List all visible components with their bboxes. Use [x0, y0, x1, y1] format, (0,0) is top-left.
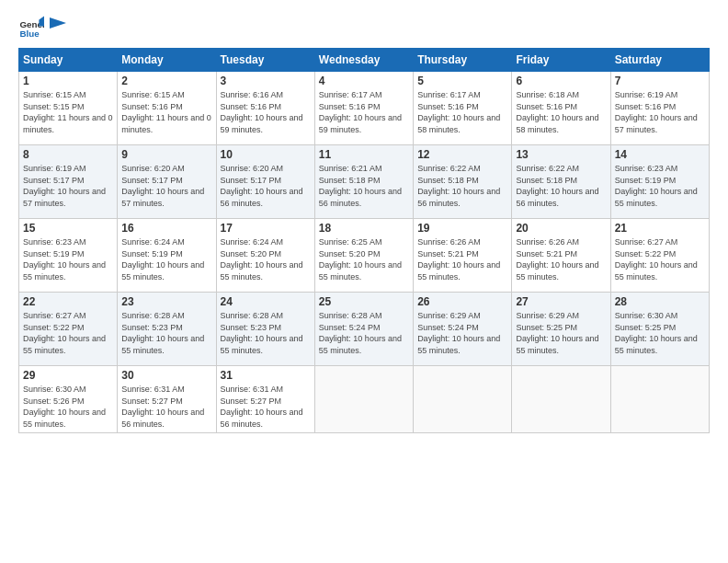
day-info: Sunrise: 6:24 AM Sunset: 5:19 PM Dayligh… — [121, 237, 204, 282]
header: General Blue — [18, 15, 710, 40]
table-row: 3 Sunrise: 6:16 AM Sunset: 5:16 PM Dayli… — [216, 72, 314, 145]
day-number: 5 — [417, 75, 507, 87]
table-row: 18 Sunrise: 6:25 AM Sunset: 5:20 PM Dayl… — [314, 219, 413, 293]
col-tuesday: Tuesday — [216, 49, 314, 72]
day-number: 25 — [319, 295, 409, 308]
day-info: Sunrise: 6:31 AM Sunset: 5:27 PM Dayligh… — [221, 385, 303, 429]
col-wednesday: Wednesday — [314, 49, 413, 72]
table-row: 30 Sunrise: 6:31 AM Sunset: 5:27 PM Dayl… — [118, 366, 216, 433]
day-number: 11 — [319, 148, 409, 161]
day-info: Sunrise: 6:15 AM Sunset: 5:15 PM Dayligh… — [23, 90, 113, 134]
day-number: 24 — [221, 295, 311, 308]
day-info: Sunrise: 6:19 AM Sunset: 5:16 PM Dayligh… — [615, 90, 698, 134]
day-info: Sunrise: 6:28 AM Sunset: 5:24 PM Dayligh… — [319, 311, 402, 355]
day-number: 3 — [221, 75, 311, 87]
day-info: Sunrise: 6:27 AM Sunset: 5:22 PM Dayligh… — [23, 311, 106, 355]
day-number: 27 — [516, 295, 606, 308]
day-info: Sunrise: 6:17 AM Sunset: 5:16 PM Dayligh… — [319, 90, 402, 134]
table-row — [512, 366, 610, 433]
table-row — [314, 366, 413, 433]
day-info: Sunrise: 6:20 AM Sunset: 5:17 PM Dayligh… — [221, 164, 303, 208]
svg-text:Blue: Blue — [19, 29, 40, 39]
day-info: Sunrise: 6:29 AM Sunset: 5:24 PM Dayligh… — [417, 311, 500, 355]
table-row: 7 Sunrise: 6:19 AM Sunset: 5:16 PM Dayli… — [610, 72, 709, 145]
table-row: 20 Sunrise: 6:26 AM Sunset: 5:21 PM Dayl… — [512, 219, 610, 293]
day-info: Sunrise: 6:17 AM Sunset: 5:16 PM Dayligh… — [417, 90, 500, 134]
calendar-header-row: Sunday Monday Tuesday Wednesday Thursday… — [19, 49, 710, 72]
table-row: 25 Sunrise: 6:28 AM Sunset: 5:24 PM Dayl… — [314, 293, 413, 366]
day-number: 7 — [615, 75, 705, 87]
day-info: Sunrise: 6:30 AM Sunset: 5:26 PM Dayligh… — [23, 385, 106, 429]
svg-marker-3 — [50, 17, 66, 29]
day-number: 30 — [121, 369, 211, 382]
table-row: 16 Sunrise: 6:24 AM Sunset: 5:19 PM Dayl… — [118, 219, 216, 293]
day-info: Sunrise: 6:27 AM Sunset: 5:22 PM Dayligh… — [615, 237, 698, 282]
calendar-table: Sunday Monday Tuesday Wednesday Thursday… — [18, 48, 710, 433]
table-row: 11 Sunrise: 6:21 AM Sunset: 5:18 PM Dayl… — [314, 145, 413, 219]
col-saturday: Saturday — [610, 49, 709, 72]
day-info: Sunrise: 6:22 AM Sunset: 5:18 PM Dayligh… — [516, 164, 598, 208]
table-row: 8 Sunrise: 6:19 AM Sunset: 5:17 PM Dayli… — [19, 145, 118, 219]
table-row: 13 Sunrise: 6:22 AM Sunset: 5:18 PM Dayl… — [512, 145, 610, 219]
day-info: Sunrise: 6:24 AM Sunset: 5:20 PM Dayligh… — [221, 237, 303, 282]
day-info: Sunrise: 6:29 AM Sunset: 5:25 PM Dayligh… — [516, 311, 598, 355]
day-number: 15 — [23, 222, 113, 235]
svg-marker-2 — [39, 16, 44, 26]
day-info: Sunrise: 6:30 AM Sunset: 5:25 PM Dayligh… — [615, 311, 698, 355]
day-number: 23 — [121, 295, 211, 308]
day-number: 2 — [121, 75, 211, 87]
table-row: 9 Sunrise: 6:20 AM Sunset: 5:17 PM Dayli… — [118, 145, 216, 219]
day-number: 6 — [516, 75, 606, 87]
day-info: Sunrise: 6:23 AM Sunset: 5:19 PM Dayligh… — [615, 164, 698, 208]
table-row: 21 Sunrise: 6:27 AM Sunset: 5:22 PM Dayl… — [610, 219, 709, 293]
table-row: 15 Sunrise: 6:23 AM Sunset: 5:19 PM Dayl… — [19, 219, 118, 293]
day-info: Sunrise: 6:18 AM Sunset: 5:16 PM Dayligh… — [516, 90, 598, 134]
day-number: 10 — [221, 148, 311, 161]
table-row: 31 Sunrise: 6:31 AM Sunset: 5:27 PM Dayl… — [216, 366, 314, 433]
table-row: 2 Sunrise: 6:15 AM Sunset: 5:16 PM Dayli… — [118, 72, 216, 145]
day-info: Sunrise: 6:19 AM Sunset: 5:17 PM Dayligh… — [23, 164, 106, 208]
col-monday: Monday — [118, 49, 216, 72]
table-row: 10 Sunrise: 6:20 AM Sunset: 5:17 PM Dayl… — [216, 145, 314, 219]
day-number: 22 — [23, 295, 113, 308]
table-row: 27 Sunrise: 6:29 AM Sunset: 5:25 PM Dayl… — [512, 293, 610, 366]
day-number: 4 — [319, 75, 409, 87]
day-number: 17 — [221, 222, 311, 235]
day-info: Sunrise: 6:21 AM Sunset: 5:18 PM Dayligh… — [319, 164, 402, 208]
table-row: 22 Sunrise: 6:27 AM Sunset: 5:22 PM Dayl… — [19, 293, 118, 366]
day-number: 21 — [615, 222, 705, 235]
day-info: Sunrise: 6:28 AM Sunset: 5:23 PM Dayligh… — [221, 311, 303, 355]
day-info: Sunrise: 6:22 AM Sunset: 5:18 PM Dayligh… — [417, 164, 500, 208]
table-row: 4 Sunrise: 6:17 AM Sunset: 5:16 PM Dayli… — [314, 72, 413, 145]
logo-flag-icon — [50, 17, 66, 38]
table-row: 26 Sunrise: 6:29 AM Sunset: 5:24 PM Dayl… — [414, 293, 512, 366]
day-number: 28 — [615, 295, 705, 308]
day-number: 31 — [221, 369, 311, 382]
day-info: Sunrise: 6:20 AM Sunset: 5:17 PM Dayligh… — [121, 164, 204, 208]
day-number: 1 — [23, 75, 113, 87]
day-info: Sunrise: 6:15 AM Sunset: 5:16 PM Dayligh… — [121, 90, 211, 134]
table-row: 29 Sunrise: 6:30 AM Sunset: 5:26 PM Dayl… — [19, 366, 118, 433]
day-number: 18 — [319, 222, 409, 235]
day-number: 29 — [23, 369, 113, 382]
day-info: Sunrise: 6:23 AM Sunset: 5:19 PM Dayligh… — [23, 237, 106, 282]
table-row: 12 Sunrise: 6:22 AM Sunset: 5:18 PM Dayl… — [414, 145, 512, 219]
day-info: Sunrise: 6:16 AM Sunset: 5:16 PM Dayligh… — [221, 90, 303, 134]
day-info: Sunrise: 6:26 AM Sunset: 5:21 PM Dayligh… — [516, 237, 598, 282]
logo: General Blue — [18, 15, 66, 40]
page: General Blue Sunday Mon — [0, 0, 728, 563]
table-row: 1 Sunrise: 6:15 AM Sunset: 5:15 PM Dayli… — [19, 72, 118, 145]
day-info: Sunrise: 6:25 AM Sunset: 5:20 PM Dayligh… — [319, 237, 402, 282]
col-thursday: Thursday — [414, 49, 512, 72]
day-number: 16 — [121, 222, 211, 235]
table-row: 14 Sunrise: 6:23 AM Sunset: 5:19 PM Dayl… — [610, 145, 709, 219]
table-row: 24 Sunrise: 6:28 AM Sunset: 5:23 PM Dayl… — [216, 293, 314, 366]
table-row: 17 Sunrise: 6:24 AM Sunset: 5:20 PM Dayl… — [216, 219, 314, 293]
table-row: 6 Sunrise: 6:18 AM Sunset: 5:16 PM Dayli… — [512, 72, 610, 145]
day-number: 12 — [417, 148, 507, 161]
day-number: 9 — [121, 148, 211, 161]
day-info: Sunrise: 6:31 AM Sunset: 5:27 PM Dayligh… — [121, 385, 204, 429]
table-row — [610, 366, 709, 433]
day-number: 13 — [516, 148, 606, 161]
table-row: 19 Sunrise: 6:26 AM Sunset: 5:21 PM Dayl… — [414, 219, 512, 293]
